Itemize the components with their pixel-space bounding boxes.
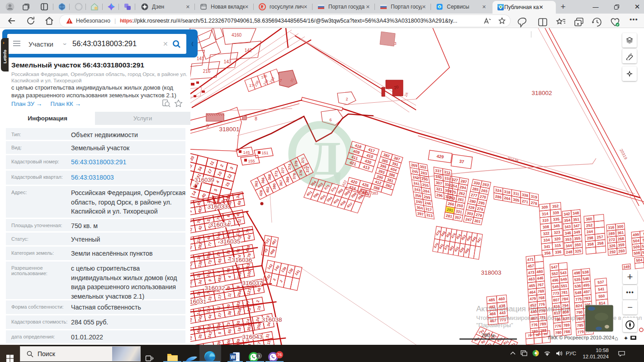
svg-text:325: 325 [575,248,582,253]
svg-text:316033: 316033 [207,203,227,210]
svg-text:79: 79 [528,334,531,338]
svg-text:316032: 316032 [204,285,225,291]
svg-text:366: 366 [261,177,265,184]
svg-text:344: 344 [565,243,572,248]
svg-text:355: 355 [574,236,581,241]
svg-text:779: 779 [577,329,584,334]
svg-text:316035: 316035 [220,238,240,245]
svg-text:289: 289 [608,231,615,236]
svg-text:497: 497 [583,289,590,294]
svg-text:808: 808 [562,310,569,314]
svg-text:781: 781 [561,290,568,295]
svg-text:326: 326 [609,243,616,248]
svg-text:812: 812 [554,310,561,315]
svg-text:ПКК © Росреестр 2010-2024: ПКК © Росреестр 2010-2024 [548,335,615,340]
svg-text:504: 504 [633,238,639,243]
svg-text:767: 767 [537,282,544,287]
svg-text:776: 776 [554,324,561,329]
svg-text:352: 352 [552,204,559,209]
svg-text:496: 496 [552,278,559,283]
svg-text:548: 548 [575,290,582,295]
svg-text:257: 257 [597,234,603,239]
svg-text:300: 300 [617,224,624,229]
svg-text:248: 248 [566,249,573,254]
svg-text:376: 376 [299,170,303,176]
svg-text:794: 794 [562,303,569,308]
svg-text:505: 505 [642,250,644,255]
svg-text:316034: 316034 [209,221,230,228]
svg-text:824: 824 [576,303,582,308]
svg-text:429: 429 [436,153,444,159]
svg-text:551: 551 [561,283,568,288]
svg-text:485: 485 [488,297,495,302]
svg-text:377: 377 [281,167,285,173]
svg-text:272: 272 [609,237,616,242]
svg-text:360: 360 [586,216,592,221]
svg-text:323: 323 [554,230,560,235]
svg-text:457: 457 [527,263,534,268]
svg-text:81: 81 [544,332,548,336]
svg-text:776: 776 [538,302,545,307]
svg-text:467: 467 [490,318,497,323]
svg-text:552: 552 [551,271,558,276]
svg-text:538: 538 [582,270,589,275]
svg-text:495: 495 [583,283,590,288]
svg-text:440: 440 [530,309,537,314]
svg-text:428: 428 [259,190,263,196]
svg-text:341: 341 [544,244,550,249]
svg-text:322: 322 [543,231,549,236]
svg-text:463: 463 [528,276,535,281]
svg-text:200 м: 200 м [482,333,495,338]
svg-text:768: 768 [538,295,545,300]
svg-text:155: 155 [248,159,255,163]
svg-text:216: 216 [203,69,211,74]
svg-text:438: 438 [499,303,506,308]
svg-text:446: 446 [537,276,544,281]
svg-text:464: 464 [529,290,536,295]
svg-text:789: 789 [540,321,546,326]
svg-text:Д: Д [308,132,341,185]
svg-text:371: 371 [301,157,305,163]
svg-text:443: 443 [499,310,506,315]
svg-text:769: 769 [538,289,545,294]
svg-text:369: 369 [286,176,290,183]
svg-text:775: 775 [575,296,582,301]
svg-text:349: 349 [573,229,580,234]
svg-text:537: 537 [597,280,604,285]
svg-text:771: 771 [539,315,546,320]
svg-text:339: 339 [553,210,559,215]
svg-text:151: 151 [261,151,268,155]
svg-text:550: 550 [598,294,605,299]
svg-text:336: 336 [555,249,562,254]
svg-text:785: 785 [577,323,583,328]
svg-text:547: 547 [551,265,558,270]
svg-text:37: 37 [459,159,464,164]
svg-text:543: 543 [560,270,567,275]
svg-text:807: 807 [553,297,560,302]
svg-text:776: 776 [531,322,538,327]
svg-text:504: 504 [636,257,643,262]
svg-text:383: 383 [372,191,378,195]
svg-text:142: 142 [245,48,252,53]
svg-text:546: 546 [582,276,589,281]
svg-text:482: 482 [489,304,496,309]
svg-text:318001: 318001 [219,126,239,133]
svg-text:471: 471 [527,257,534,262]
svg-text:268: 268 [617,236,624,241]
svg-text:8: 8 [255,116,257,121]
svg-text:827: 827 [563,316,569,321]
svg-text:308: 308 [543,224,549,229]
svg-text:343: 343 [564,224,571,229]
svg-text:260: 260 [618,248,625,253]
svg-text:480: 480 [536,269,543,274]
svg-text:316039: 316039 [194,176,214,183]
svg-text:2: 2 [346,97,348,101]
svg-text:298: 298 [587,235,594,240]
svg-text:292: 292 [609,249,616,254]
svg-text:5: 5 [206,124,209,129]
svg-text:82: 82 [536,333,540,337]
svg-text:346: 346 [565,230,572,235]
svg-text:335: 335 [553,217,560,222]
svg-text:145: 145 [243,150,250,155]
svg-text:244: 244 [587,229,593,234]
